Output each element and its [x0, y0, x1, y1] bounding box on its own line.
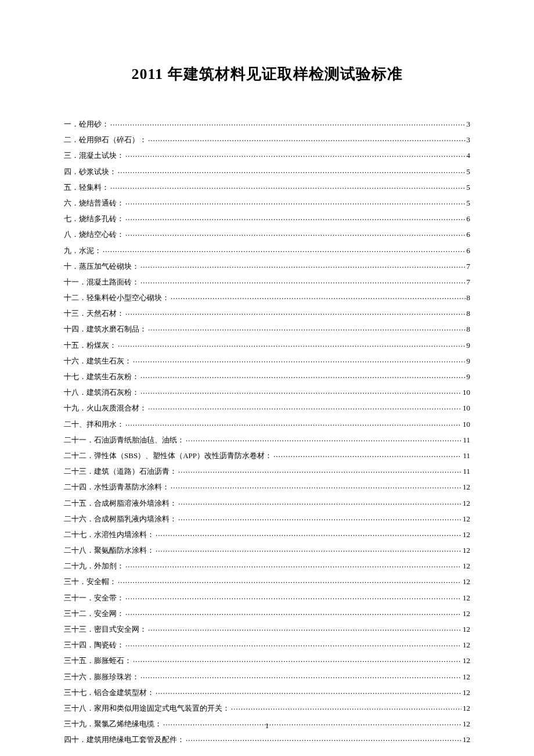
toc-entry-label: 二十九．外加剂：: [64, 562, 124, 570]
toc-leader-dots: [125, 419, 461, 427]
toc-entry: 二十六．合成树脂乳液内墙涂料：12: [64, 514, 470, 523]
toc-leader-dots: [125, 561, 461, 568]
toc-entry: 二十九．外加剂：12: [64, 561, 470, 570]
toc-leader-dots: [148, 135, 466, 142]
toc-leader-dots: [140, 387, 461, 395]
toc-entry-page: 8: [467, 325, 471, 333]
toc-entry: 二十五．合成树脂溶液外墙涂料：12: [64, 498, 470, 507]
toc-leader-dots: [140, 372, 466, 379]
toc-entry-label: 二十、拌和用水：: [64, 420, 124, 428]
toc-entry-page: 10: [463, 420, 470, 428]
toc-entry: 十六．建筑生石灰：9: [64, 356, 470, 365]
toc-entry: 一．砼用砂：3: [64, 119, 470, 128]
toc-leader-dots: [118, 167, 466, 174]
toc-leader-dots: [125, 308, 466, 316]
toc-entry-page: 12: [463, 673, 470, 681]
toc-entry-page: 12: [463, 704, 470, 712]
toc-entry-page: 12: [463, 594, 470, 602]
toc-entry-label: 三十五．膨胀蛭石：: [64, 657, 132, 664]
toc-entry-label: 八．烧结空心砖：: [64, 231, 124, 238]
toc-entry-label: 三十三．密目式安全网：: [64, 625, 147, 633]
toc-entry: 三十四．陶瓷砖：12: [64, 640, 470, 649]
toc-entry-page: 11: [463, 436, 470, 444]
toc-leader-dots: [231, 703, 461, 711]
toc-entry-page: 5: [467, 199, 471, 207]
toc-entry: 二十一．石油沥青纸胎油毡、油纸：11: [64, 435, 470, 444]
toc-entry: 十九．火山灰质混合材：10: [64, 403, 470, 412]
toc-entry-page: 12: [463, 689, 470, 696]
toc-leader-dots: [118, 340, 466, 348]
toc-entry-page: 10: [463, 388, 470, 396]
toc-entry: 三十八．家用和类似用途固定式电气装置的开关：12: [64, 703, 470, 712]
toc-entry-label: 十四．建筑水磨石制品：: [64, 325, 147, 333]
toc-leader-dots: [110, 119, 466, 127]
toc-entry-label: 六．烧结普通砖：: [64, 199, 124, 207]
toc-leader-dots: [125, 593, 461, 600]
toc-entry-page: 12: [463, 610, 470, 617]
toc-entry: 二十、拌和用水：10: [64, 419, 470, 428]
toc-entry-label: 二十八．聚氨酯防水涂料：: [64, 546, 154, 554]
toc-leader-dots: [178, 514, 461, 521]
toc-entry: 二十八．聚氨酯防水涂料：12: [64, 545, 470, 554]
toc-leader-dots: [148, 624, 461, 632]
toc-leader-dots: [140, 261, 466, 269]
toc-leader-dots: [171, 482, 461, 489]
toc-entry-label: 三十八．家用和类似用途固定式电气装置的开关：: [64, 704, 230, 712]
toc-entry-page: 7: [467, 278, 471, 286]
toc-entry-label: 二十四．水性沥青基防水涂料：: [64, 483, 169, 491]
toc-entry-page: 8: [467, 309, 471, 317]
document-title: 2011 年建筑材料见证取样检测试验标准: [64, 64, 470, 84]
toc-entry: 三十三．密目式安全网：12: [64, 624, 470, 633]
toc-leader-dots: [171, 293, 466, 300]
toc-leader-dots: [125, 214, 466, 221]
toc-entry: 十二．轻集料砼小型空心砌块：8: [64, 293, 470, 301]
toc-entry: 十八．建筑消石灰粉：10: [64, 387, 470, 396]
toc-entry-page: 5: [467, 168, 471, 175]
toc-entry: 二．砼用卵石（碎石）：3: [64, 135, 470, 143]
toc-entry-label: 十五．粉煤灰：: [64, 341, 117, 349]
toc-entry-page: 11: [463, 452, 470, 459]
page-number: 1: [0, 721, 534, 730]
toc-entry-label: 七．烧结多孔砖：: [64, 215, 124, 222]
toc-entry-page: 12: [463, 625, 470, 633]
toc-entry-label: 十二．轻集料砼小型空心砌块：: [64, 294, 169, 301]
toc-entry-page: 7: [467, 262, 471, 270]
toc-entry-label: 二十三．建筑（道路）石油沥青：: [64, 467, 177, 475]
toc-entry-page: 8: [467, 294, 471, 301]
toc-entry-label: 三．混凝土试块：: [64, 152, 124, 159]
toc-leader-dots: [156, 530, 461, 537]
toc-entry: 四．砂浆试块：5: [64, 167, 470, 175]
toc-entry-page: 6: [467, 215, 471, 222]
toc-entry-label: 五．轻集料：: [64, 183, 109, 191]
toc-entry: 五．轻集料：5: [64, 182, 470, 191]
toc-entry: 三十二．安全网：12: [64, 609, 470, 617]
toc-entry-page: 6: [467, 247, 471, 254]
toc-entry: 三十一．安全带：12: [64, 593, 470, 602]
toc-entry-page: 9: [467, 357, 471, 365]
toc-entry-label: 十六．建筑生石灰：: [64, 357, 132, 365]
toc-leader-dots: [125, 150, 466, 158]
toc-entry: 十三．天然石材：8: [64, 308, 470, 317]
toc-entry-label: 二十一．石油沥青纸胎油毡、油纸：: [64, 436, 185, 444]
toc-entry-label: 一．砼用砂：: [64, 120, 109, 128]
table-of-contents: 一．砼用砂：3二．砼用卵石（碎石）：3三．混凝土试块：4四．砂浆试块：5五．轻集…: [64, 119, 470, 743]
toc-entry-page: 10: [463, 404, 470, 412]
toc-entry-page: 3: [467, 136, 471, 143]
toc-leader-dots: [156, 545, 461, 553]
toc-entry: 九．水泥：6: [64, 246, 470, 254]
toc-entry-page: 6: [467, 231, 471, 238]
toc-entry-page: 12: [463, 546, 470, 554]
toc-entry-label: 二十五．合成树脂溶液外墙涂料：: [64, 499, 177, 507]
toc-leader-dots: [118, 577, 461, 584]
toc-leader-dots: [186, 435, 461, 442]
toc-entry-page: 12: [463, 736, 470, 743]
toc-leader-dots: [133, 356, 466, 363]
toc-entry: 十五．粉煤灰：9: [64, 340, 470, 349]
toc-entry: 八．烧结空心砖：6: [64, 229, 470, 238]
toc-entry-label: 三十六．膨胀珍珠岩：: [64, 673, 139, 681]
toc-entry-label: 十九．火山灰质混合材：: [64, 404, 147, 412]
toc-leader-dots: [178, 498, 461, 506]
toc-entry: 四十．建筑用绝缘电工套管及配件：12: [64, 735, 470, 743]
toc-entry: 二十七．水溶性内墙涂料：12: [64, 530, 470, 538]
toc-leader-dots: [186, 735, 461, 742]
